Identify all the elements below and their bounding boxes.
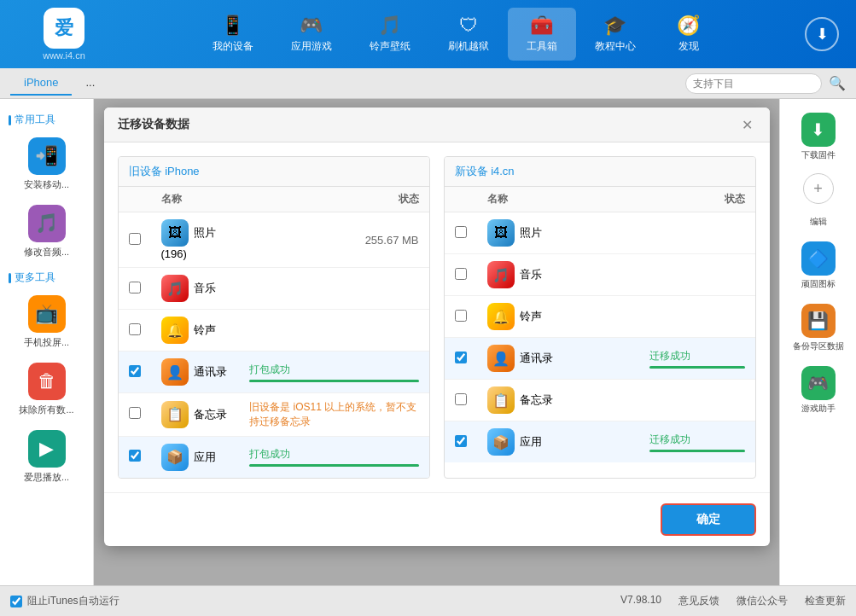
download-button[interactable]: ⬇ <box>805 17 839 51</box>
content-area: 迁移设备数据 ✕ 旧设备 iPhone <box>94 99 779 585</box>
erase-label: 抹除所有数... <box>19 404 73 416</box>
nav-discover[interactable]: 🧭 发现 <box>655 8 723 61</box>
old-music-name: 音乐 <box>194 282 216 294</box>
wechat-link[interactable]: 微信公众号 <box>737 594 788 608</box>
add-button[interactable]: + <box>803 173 834 204</box>
modal-close-button[interactable]: ✕ <box>739 116 756 133</box>
modal-overlay: 迁移设备数据 ✕ 旧设备 iPhone <box>94 99 779 585</box>
confirm-button[interactable]: 确定 <box>661 503 756 536</box>
old-ringtone-checkbox[interactable] <box>129 323 141 335</box>
game-helper-icon: 🎮 <box>801 366 836 400</box>
modal-footer: 确定 <box>104 492 770 546</box>
tutorial-icon: 🎓 <box>603 15 626 37</box>
right-sidebar: ⬇ 下载固件 + 编辑 🔷 顽固图标 💾 备份导区数据 🎮 游戏助手 <box>779 99 856 585</box>
tab-iphone[interactable]: iPhone <box>10 71 72 96</box>
erase-icon: 🗑 <box>28 363 66 400</box>
nav-appgame[interactable]: 🎮 应用游戏 <box>272 8 351 61</box>
new-photos-checkbox[interactable] <box>455 226 467 238</box>
jailbreak-label: 刷机越狱 <box>448 39 489 54</box>
download-firmware-icon: ⬇ <box>801 113 836 147</box>
nav-ringtone[interactable]: 🎵 铃声壁纸 <box>351 8 429 61</box>
new-notes-icon: 📋 <box>487 386 515 414</box>
new-notes-status <box>639 380 755 421</box>
nav-jailbreak[interactable]: 🛡 刷机越狱 <box>429 8 508 61</box>
toolbox-label: 工具箱 <box>527 39 557 54</box>
new-music-icon: 🎵 <box>487 261 515 288</box>
nav-items: 📱 我的设备 🎮 应用游戏 🎵 铃声壁纸 🛡 刷机越狱 🧰 工具箱 🎓 教程中心… <box>119 8 796 61</box>
main-area: 常用工具 📲 安装移动... 🎵 修改音频... 更多工具 📺 手机投屏... … <box>0 99 856 585</box>
new-music-checkbox[interactable] <box>455 268 467 280</box>
notes-icon: 📋 <box>161 401 189 428</box>
modify-audio-label: 修改音频... <box>24 246 69 259</box>
right-item-backup[interactable]: 💾 备份导区数据 <box>780 299 856 357</box>
migrate-modal: 迁移设备数据 ✕ 旧设备 iPhone <box>104 108 770 546</box>
sidebar-item-player[interactable]: ▶ 爱思播放... <box>0 423 93 491</box>
contacts-icon: 👤 <box>161 358 189 386</box>
new-col-status: 状态 <box>639 187 755 212</box>
table-row: 📋备忘录 <box>445 380 755 421</box>
new-device-panel: 新设备 i4.cn 名称 状态 <box>444 156 756 479</box>
right-item-download-firmware[interactable]: ⬇ 下载固件 <box>780 108 856 166</box>
left-sidebar: 常用工具 📲 安装移动... 🎵 修改音频... 更多工具 📺 手机投屏... … <box>0 99 94 585</box>
right-item-game-helper[interactable]: 🎮 游戏助手 <box>780 361 856 420</box>
modal-header: 迁移设备数据 ✕ <box>104 108 770 142</box>
itunes-checkbox[interactable] <box>10 596 22 607</box>
old-notes-checkbox[interactable] <box>129 407 141 419</box>
sub-header-right: 🔍 <box>685 73 846 94</box>
sidebar-item-screen-mirror[interactable]: 📺 手机投屏... <box>0 288 93 356</box>
tab-more[interactable]: ... <box>72 71 108 96</box>
search-input[interactable] <box>685 73 822 94</box>
nav-mydevice[interactable]: 📱 我的设备 <box>194 8 272 61</box>
modal-title: 迁移设备数据 <box>118 117 189 132</box>
table-row: 🖼照片 (196) 255.67 MB <box>119 212 429 268</box>
old-ringtone-status <box>239 310 428 352</box>
right-item-edit[interactable]: 编辑 <box>780 211 856 233</box>
player-label: 爱思播放... <box>24 471 69 484</box>
logo-icon[interactable]: 爱 <box>44 8 84 49</box>
new-ringtone-status <box>639 296 755 338</box>
old-col-name: 名称 <box>151 187 240 212</box>
feedback-link[interactable]: 意见反馈 <box>678 594 719 608</box>
nav-tutorial[interactable]: 🎓 教程中心 <box>576 8 655 61</box>
screen-mirror-icon: 📺 <box>28 295 66 333</box>
new-apps-status: 迁移成功 <box>639 421 755 463</box>
old-col-status: 状态 <box>239 187 428 212</box>
sidebar-item-install[interactable]: 📲 安装移动... <box>0 131 93 198</box>
new-apps-name: 应用 <box>520 435 542 448</box>
new-contacts-icon: 👤 <box>487 345 515 372</box>
bottom-right: V7.98.10 意见反馈 微信公众号 检查更新 <box>620 594 846 608</box>
new-ringtone-checkbox[interactable] <box>455 310 467 322</box>
logo-url: www.i4.cn <box>43 50 85 61</box>
backup-label: 备份导区数据 <box>793 340 844 352</box>
old-apps-name: 应用 <box>194 450 216 463</box>
old-apps-status: 打包成功 <box>239 436 428 478</box>
old-device-header: 旧设备 iPhone <box>119 157 429 187</box>
screen-mirror-label: 手机投屏... <box>24 336 69 349</box>
new-contacts-checkbox[interactable] <box>455 352 467 363</box>
old-music-checkbox[interactable] <box>129 282 141 293</box>
right-item-stubborn-icon[interactable]: 🔷 顽固图标 <box>780 236 856 295</box>
sidebar-item-erase[interactable]: 🗑 抹除所有数... <box>0 356 93 423</box>
table-row: 📦应用 打包成功 <box>119 436 429 478</box>
old-photos-checkbox[interactable] <box>129 233 141 245</box>
edit-label: 编辑 <box>810 216 827 228</box>
search-icon[interactable]: 🔍 <box>829 75 846 91</box>
nav-toolbox[interactable]: 🧰 工具箱 <box>508 8 576 61</box>
discover-label: 发现 <box>678 39 699 54</box>
old-photos-size: 255.67 MB <box>239 212 428 268</box>
old-contacts-status: 打包成功 <box>239 352 428 393</box>
new-apps-checkbox[interactable] <box>455 435 467 447</box>
new-device-table: 名称 状态 🖼照片 <box>445 187 755 462</box>
install-icon: 📲 <box>28 137 66 175</box>
old-device-table: 名称 状态 🖼照片 (196) 255.67 MB <box>119 187 429 478</box>
ringtone-label: 铃声壁纸 <box>370 39 411 54</box>
photo-icon: 🖼 <box>161 219 189 247</box>
new-notes-checkbox[interactable] <box>455 393 467 405</box>
new-ringtone-name: 铃声 <box>520 310 542 323</box>
old-contacts-checkbox[interactable] <box>129 365 141 377</box>
top-bar: 爱 www.i4.cn 📱 我的设备 🎮 应用游戏 🎵 铃声壁纸 🛡 刷机越狱 … <box>0 0 856 68</box>
update-link[interactable]: 检查更新 <box>805 594 846 608</box>
music-icon: 🎵 <box>161 275 189 302</box>
old-apps-checkbox[interactable] <box>129 450 141 462</box>
sidebar-item-modify-audio[interactable]: 🎵 修改音频... <box>0 198 93 265</box>
